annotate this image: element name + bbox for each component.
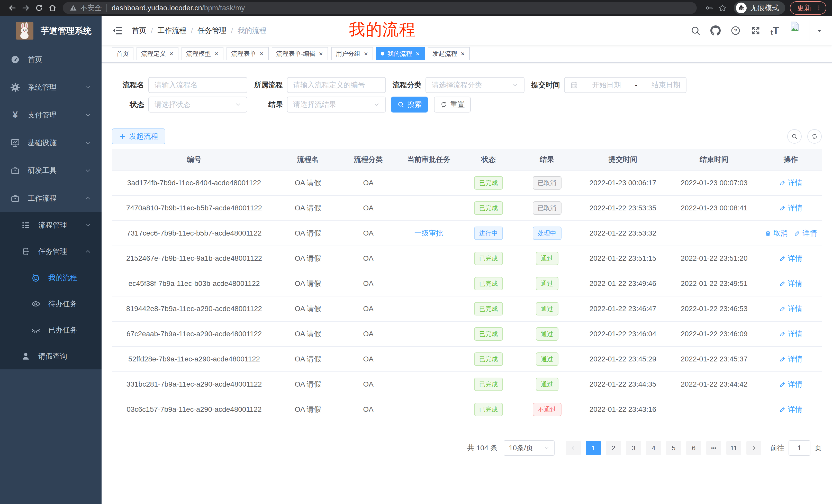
show-search-button[interactable] bbox=[787, 129, 802, 144]
detail-button[interactable]: 详情 bbox=[779, 380, 802, 389]
active-dot bbox=[381, 52, 384, 55]
page-button-5[interactable]: 5 bbox=[666, 441, 681, 455]
bookmark-star-icon[interactable] bbox=[716, 1, 729, 15]
reset-button[interactable]: 重置 bbox=[434, 96, 471, 113]
sidebar-item-workflow[interactable]: 工作流程 bbox=[0, 185, 102, 212]
sidebar-item-devtools[interactable]: 研发工具 bbox=[0, 157, 102, 185]
breadcrumb-task-mgmt[interactable]: 任务管理 bbox=[198, 26, 227, 35]
page-size-select[interactable]: 10条/页 bbox=[504, 440, 554, 456]
cell-id: 7470a810-7b9b-11ec-b5b7-acde48001122 bbox=[112, 204, 277, 212]
fullscreen-icon[interactable] bbox=[751, 25, 761, 36]
process-name-input-field[interactable] bbox=[155, 81, 241, 89]
action-label: 取消 bbox=[773, 228, 788, 238]
cancel-button[interactable]: 取消 bbox=[765, 228, 788, 238]
url-bar[interactable]: 不安全 dashboard.yudao.iocoder.cn /bpm/task… bbox=[63, 2, 697, 14]
sidebar-item-todo-task[interactable]: 待办任务 bbox=[0, 291, 102, 317]
sidebar-item-my-process[interactable]: 我的流程 bbox=[0, 264, 102, 291]
help-icon[interactable]: ? bbox=[730, 25, 741, 36]
tab-label: 流程模型 bbox=[186, 50, 211, 58]
process-id-input-field[interactable] bbox=[293, 81, 380, 89]
sidebar-item-done-task[interactable]: 已办任务 bbox=[0, 317, 102, 343]
category-select[interactable]: 请选择流程分类 bbox=[425, 77, 524, 93]
cell-status: 已完成 bbox=[460, 176, 517, 190]
reload-icon[interactable] bbox=[32, 1, 46, 15]
cell-category: OA bbox=[339, 305, 397, 313]
close-icon[interactable]: × bbox=[169, 50, 174, 58]
forward-icon[interactable] bbox=[19, 1, 32, 15]
edit-icon bbox=[779, 305, 786, 312]
page-button-11[interactable]: 11 bbox=[726, 441, 741, 455]
current-task-link[interactable]: 一级审批 bbox=[414, 228, 443, 238]
refresh-table-button[interactable] bbox=[807, 129, 822, 144]
detail-button[interactable]: 详情 bbox=[794, 228, 817, 238]
tab-user-group[interactable]: 用户分组× bbox=[331, 47, 373, 60]
sidebar-item-home[interactable]: 首页 bbox=[0, 46, 102, 74]
tab-process-form[interactable]: 流程表单× bbox=[227, 47, 268, 60]
process-id-input[interactable] bbox=[287, 77, 386, 93]
tab-my-process[interactable]: 我的流程× bbox=[376, 47, 425, 60]
sidebar-item-task-mgmt[interactable]: 任务管理 bbox=[0, 239, 102, 264]
cell-submit-time: 2022-01-22 23:53:32 bbox=[577, 229, 669, 237]
password-key-icon[interactable] bbox=[702, 1, 716, 15]
result-select[interactable]: 请选择流结果 bbox=[287, 96, 386, 113]
tab-process-definition[interactable]: 流程定义× bbox=[136, 47, 178, 60]
close-icon[interactable]: × bbox=[364, 50, 368, 58]
cell-category: OA bbox=[339, 179, 397, 187]
tab-home[interactable]: 首页 bbox=[112, 47, 133, 60]
home-icon[interactable] bbox=[46, 1, 59, 15]
edit-icon bbox=[794, 230, 801, 236]
detail-button[interactable]: 详情 bbox=[779, 329, 802, 339]
avatar[interactable] bbox=[789, 20, 809, 41]
tab-process-model[interactable]: 流程模型× bbox=[182, 47, 224, 60]
next-page-button[interactable] bbox=[746, 441, 761, 455]
sidebar-item-system[interactable]: 系统管理 bbox=[0, 74, 102, 101]
page-button-2[interactable]: 2 bbox=[606, 441, 621, 455]
submit-time-range-picker[interactable]: 开始日期 - 结束日期 bbox=[564, 77, 686, 93]
create-process-button[interactable]: 发起流程 bbox=[112, 129, 165, 144]
sidebar-collapse-icon[interactable] bbox=[112, 25, 123, 36]
cell-category: OA bbox=[339, 380, 397, 388]
detail-button[interactable]: 详情 bbox=[779, 203, 802, 213]
sidebar-item-infra[interactable]: 基础设施 bbox=[0, 129, 102, 157]
page-button-4[interactable]: 4 bbox=[646, 441, 661, 455]
font-size-icon[interactable]: tT bbox=[771, 25, 779, 36]
sidebar-item-process-mgmt[interactable]: 流程管理 bbox=[0, 212, 102, 239]
cell-status: 已完成 bbox=[460, 252, 517, 265]
github-icon[interactable] bbox=[710, 25, 721, 36]
update-button[interactable]: 更新 bbox=[790, 1, 826, 15]
page-button-6[interactable]: 6 bbox=[686, 441, 701, 455]
detail-button[interactable]: 详情 bbox=[779, 304, 802, 314]
close-icon[interactable]: × bbox=[259, 50, 264, 58]
goto-page-input[interactable] bbox=[788, 440, 810, 456]
sidebar-item-payment[interactable]: ¥支付管理 bbox=[0, 101, 102, 129]
tab-start-process[interactable]: 发起流程× bbox=[428, 47, 470, 60]
page-button-1[interactable]: 1 bbox=[586, 441, 601, 455]
tab-label: 用户分组 bbox=[336, 50, 361, 58]
close-icon[interactable]: × bbox=[415, 50, 420, 58]
logo-row[interactable]: 芋道管理系统 bbox=[0, 16, 102, 46]
breadcrumb-workflow[interactable]: 工作流程 bbox=[158, 26, 186, 35]
sidebar-item-leave-query[interactable]: 请假查询 bbox=[0, 343, 102, 369]
search-icon[interactable] bbox=[690, 25, 701, 36]
detail-button[interactable]: 详情 bbox=[779, 354, 802, 364]
close-icon[interactable]: × bbox=[318, 50, 323, 58]
edit-icon bbox=[779, 406, 786, 413]
detail-button[interactable]: 详情 bbox=[779, 404, 802, 414]
search-button[interactable]: 搜索 bbox=[391, 96, 428, 113]
close-icon[interactable]: × bbox=[214, 50, 219, 58]
status-select[interactable]: 请选择状态 bbox=[148, 96, 247, 113]
close-icon[interactable]: × bbox=[460, 50, 465, 58]
detail-button[interactable]: 详情 bbox=[779, 279, 802, 288]
back-icon[interactable] bbox=[6, 1, 19, 15]
prev-page-button[interactable] bbox=[566, 441, 581, 455]
breadcrumb-home[interactable]: 首页 bbox=[132, 26, 146, 35]
process-name-input[interactable] bbox=[148, 77, 247, 93]
chevron-up-icon bbox=[85, 248, 91, 255]
detail-button[interactable]: 详情 bbox=[779, 178, 802, 188]
tab-process-form-edit[interactable]: 流程表单-编辑× bbox=[272, 47, 328, 60]
detail-button[interactable]: 详情 bbox=[779, 254, 802, 263]
avatar-caret-icon[interactable] bbox=[816, 27, 823, 34]
pagination-more-button[interactable]: ••• bbox=[706, 441, 721, 455]
security-label[interactable]: 不安全 bbox=[80, 3, 102, 13]
page-button-3[interactable]: 3 bbox=[626, 441, 641, 455]
